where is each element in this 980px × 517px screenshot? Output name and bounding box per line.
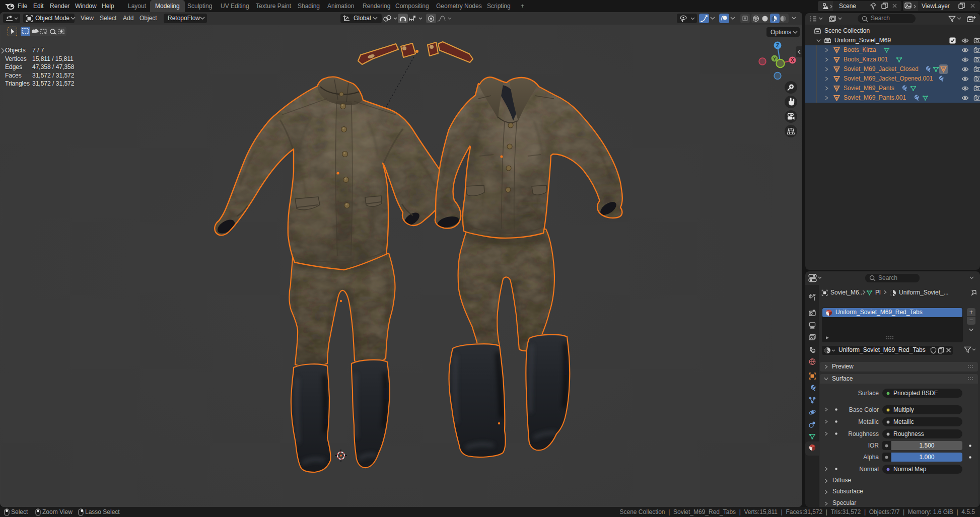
svg-text:X: X [791, 57, 794, 63]
svg-text:Z: Z [776, 43, 779, 48]
svg-text:Y: Y [773, 56, 776, 61]
